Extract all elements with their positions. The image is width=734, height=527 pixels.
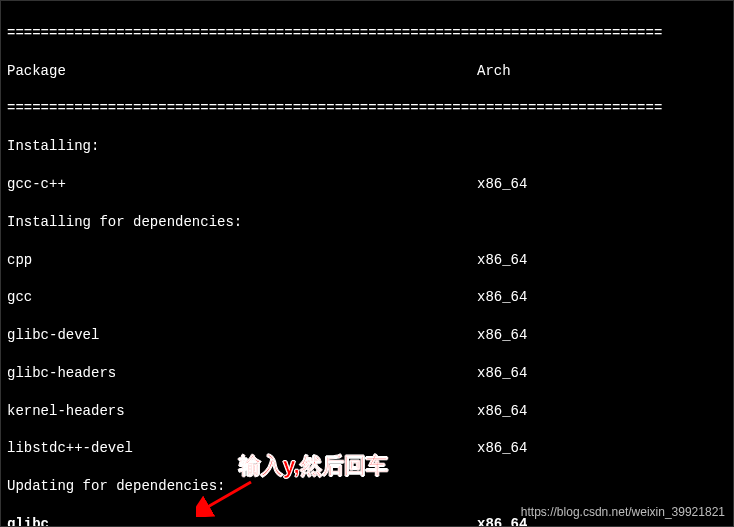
pkg-arch: x86_64 [477,364,527,383]
header-row: PackageArch [7,62,727,81]
installing-label: Installing: [7,137,727,156]
pkg-name: glibc [7,515,477,527]
pkg-name: kernel-headers [7,402,477,421]
table-row: gccx86_64 [7,288,727,307]
pkg-arch: x86_64 [477,251,527,270]
installing-deps-label: Installing for dependencies: [7,213,727,232]
table-row: gcc-c++x86_64 [7,175,727,194]
table-row: kernel-headersx86_64 [7,402,727,421]
table-row: glibc-develx86_64 [7,326,727,345]
updating-deps-label: Updating for dependencies: [7,477,727,496]
header-package: Package [7,62,477,81]
header-arch: Arch [477,62,511,81]
table-row: cppx86_64 [7,251,727,270]
pkg-arch: x86_64 [477,326,527,345]
pkg-name: gcc-c++ [7,175,477,194]
pkg-arch: x86_64 [477,175,527,194]
pkg-arch: x86_64 [477,439,527,458]
pkg-arch: x86_64 [477,288,527,307]
pkg-arch: x86_64 [477,402,527,421]
pkg-arch: x86_64 [477,515,527,527]
pkg-name: glibc-devel [7,326,477,345]
divider: ========================================… [7,24,727,43]
pkg-name: gcc [7,288,477,307]
pkg-name: libstdc++-devel [7,439,477,458]
watermark: https://blog.csdn.net/weixin_39921821 [521,504,725,520]
pkg-name: glibc-headers [7,364,477,383]
table-row: libstdc++-develx86_64 [7,439,727,458]
divider: ========================================… [7,99,727,118]
terminal-output: ========================================… [1,1,733,527]
pkg-name: cpp [7,251,477,270]
table-row: glibc-headersx86_64 [7,364,727,383]
